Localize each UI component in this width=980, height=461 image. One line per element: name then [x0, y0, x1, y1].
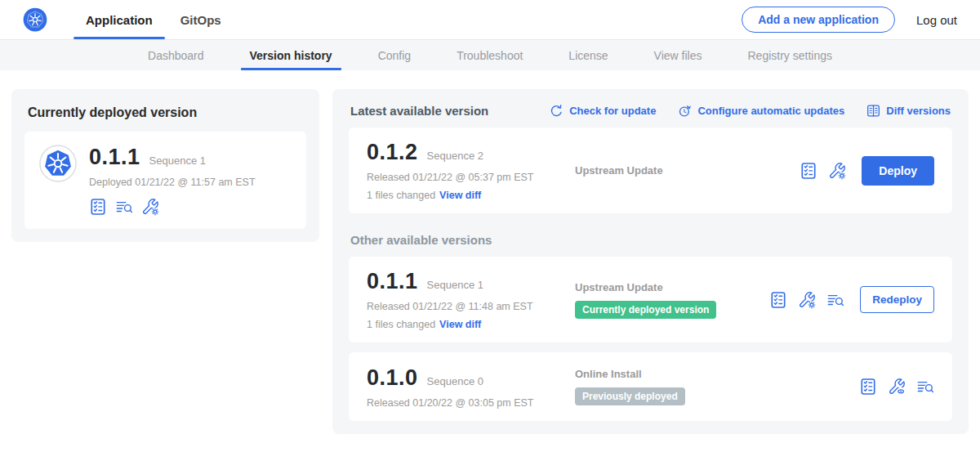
deploy-logs-icon[interactable] — [115, 198, 133, 216]
diff-versions-link[interactable]: Diff versions — [866, 104, 951, 118]
configure-automatic-updates-link[interactable]: Configure automatic updates — [678, 104, 844, 118]
main-content: Currently deployed version 0.1.1 Sequenc… — [0, 70, 980, 453]
status-badge: Currently deployed version — [575, 301, 716, 319]
deploy-logs-icon[interactable] — [826, 291, 844, 309]
preflight-checks-icon[interactable] — [859, 378, 877, 396]
view-diff-link[interactable]: View diff — [439, 319, 481, 330]
subnav-tab-dashboard[interactable]: Dashboard — [125, 40, 227, 70]
deploy-logs-icon[interactable] — [916, 378, 934, 396]
edit-config-icon[interactable] — [141, 198, 159, 216]
check-for-update-link[interactable]: Check for update — [550, 104, 656, 118]
logout-link[interactable]: Log out — [916, 13, 957, 27]
deployed-icon-row — [89, 198, 256, 216]
subnav-tab-license[interactable]: License — [546, 40, 630, 70]
released-timestamp: Released 01/20/22 @ 03:05 pm EST — [367, 397, 575, 409]
version-info: 0.1.2Sequence 2Released 01/21/22 @ 05:37… — [367, 140, 575, 201]
sequence-label: Sequence 0 — [427, 375, 483, 387]
version-source: Online Install — [575, 368, 851, 380]
files-changed-text: 1 files changed — [367, 190, 435, 201]
view-diff-link[interactable]: View diff — [439, 190, 481, 201]
add-application-button[interactable]: Add a new application — [742, 7, 895, 33]
action-label: Check for update — [569, 105, 656, 117]
refresh-icon — [550, 104, 564, 118]
action-label: Diff versions — [886, 105, 951, 117]
version-info: 0.1.0Sequence 0Released 01/20/22 @ 03:05… — [367, 365, 575, 409]
version-source: Upstream Update — [575, 281, 761, 293]
sequence-label: Sequence 1 — [427, 279, 483, 291]
action-label: Configure automatic updates — [697, 105, 844, 117]
edit-config-icon[interactable] — [828, 162, 846, 180]
subnav-tab-view-files[interactable]: View files — [631, 40, 725, 70]
version-number: 0.1.1 — [367, 269, 418, 294]
version-actions: Deploy — [800, 156, 934, 186]
subnav-tab-version-history[interactable]: Version history — [227, 40, 355, 70]
released-timestamp: Released 01/21/22 @ 11:48 am EST — [367, 301, 575, 312]
deploy-button[interactable]: Deploy — [862, 156, 934, 186]
version-card-0-1-1: 0.1.1Sequence 1Released 01/21/22 @ 11:48… — [349, 257, 952, 342]
version-status: Upstream Update — [575, 164, 800, 177]
update-schedule-icon — [678, 104, 692, 118]
version-card-0-1-2: 0.1.2Sequence 2Released 01/21/22 @ 05:37… — [349, 128, 952, 213]
other-versions-title: Other available versions — [350, 233, 951, 247]
top-nav: ApplicationGitOps Add a new application … — [0, 0, 980, 40]
version-number: 0.1.0 — [367, 365, 418, 391]
version-number: 0.1.2 — [367, 140, 418, 165]
deployed-timestamp: Deployed 01/21/22 @ 11:57 am EST — [89, 177, 256, 188]
diff-versions-icon — [866, 104, 880, 118]
subnav-tab-config[interactable]: Config — [355, 40, 434, 70]
currently-deployed-panel: Currently deployed version 0.1.1 Sequenc… — [11, 89, 319, 242]
version-actions — [859, 378, 934, 396]
version-status: Upstream UpdateCurrently deployed versio… — [575, 281, 769, 319]
preflight-checks-icon[interactable] — [769, 291, 787, 309]
deployed-version-card: 0.1.1 Sequence 1 Deployed 01/21/22 @ 11:… — [24, 132, 306, 229]
subnav-tab-troubleshoot[interactable]: Troubleshoot — [434, 40, 546, 70]
preflight-checks-icon[interactable] — [89, 198, 107, 216]
sequence-label: Sequence 2 — [427, 150, 483, 162]
subnav-tab-registry-settings[interactable]: Registry settings — [725, 40, 855, 70]
redeploy-button[interactable]: Redeploy — [860, 286, 934, 313]
topnav-tabs: ApplicationGitOps — [72, 0, 235, 39]
edit-config-icon[interactable] — [798, 291, 816, 309]
topnav-tab-gitops[interactable]: GitOps — [167, 0, 235, 39]
kubernetes-app-logo — [39, 145, 77, 186]
version-status: Online InstallPreviously deployed — [575, 368, 859, 405]
kubernetes-logo — [23, 0, 47, 39]
files-changed-text: 1 files changed — [367, 319, 435, 330]
panel-actions: Check for updateConfigure automatic upda… — [550, 104, 951, 118]
status-badge: Previously deployed — [575, 387, 685, 405]
deployed-panel-title: Currently deployed version — [28, 105, 306, 120]
version-info: 0.1.1Sequence 1Released 01/21/22 @ 11:48… — [367, 269, 575, 330]
version-actions: Redeploy — [769, 286, 934, 313]
sub-nav: DashboardVersion historyConfigTroublesho… — [0, 40, 980, 70]
version-source: Upstream Update — [575, 164, 791, 177]
available-versions-panel: Latest available version Check for updat… — [332, 89, 969, 434]
preflight-checks-icon[interactable] — [800, 162, 817, 180]
version-card-0-1-0: 0.1.0Sequence 0Released 01/20/22 @ 03:05… — [349, 352, 952, 421]
view-config-icon[interactable] — [888, 378, 906, 396]
topnav-tab-application[interactable]: Application — [72, 0, 167, 39]
deployed-sequence-label: Sequence 1 — [149, 154, 206, 167]
released-timestamp: Released 01/21/22 @ 05:37 pm EST — [367, 172, 575, 183]
deployed-version-number: 0.1.1 — [89, 145, 140, 170]
latest-available-title: Latest available version — [350, 104, 488, 118]
